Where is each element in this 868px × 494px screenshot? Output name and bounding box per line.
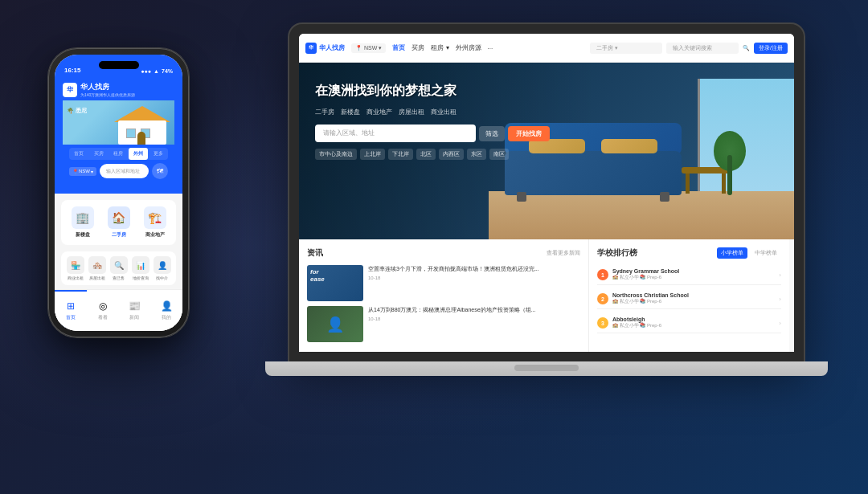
commercial-icon: 🏗️ — [144, 206, 166, 229]
phone-tab-more[interactable]: 更多 — [148, 148, 168, 160]
bottom-nav-home[interactable]: ⊞ 首页 — [55, 300, 87, 321]
school-item-1[interactable]: 1 Sydney Grammar School 🏫 私立小学 📚 Prep-6 — [597, 265, 781, 285]
sold-label: 查已售 — [113, 276, 125, 280]
news-title-2[interactable]: 从14万到880万澳元：揭秘澳洲总理Albanese的地产投资策略（组... — [368, 306, 580, 314]
phone-search-input[interactable]: 输入区域和地址 — [100, 164, 149, 178]
category-secondhand[interactable]: 🏠 二手房 — [100, 206, 137, 239]
area-tag-1[interactable]: 市中心及南边 — [315, 149, 357, 160]
school-meta-3: 🏫 私立小学 📚 Prep-6 — [612, 322, 775, 329]
school-info-2: Northcross Christian School 🏫 私立小学 📚 Pre… — [612, 292, 775, 305]
phone-brand: 华 华人找房 为140万澳洲华人提供优质房源 — [63, 82, 174, 97]
nav-dropdown-label: 二手房 ▾ — [596, 45, 618, 51]
sub-cat-sold[interactable]: 🔍 查已售 — [110, 256, 128, 280]
phone-map-button[interactable]: 🗺 — [152, 163, 168, 179]
hero-tab-commercial[interactable]: 商业地产 — [366, 108, 392, 116]
school-section: 学校排行榜 小学榜单 中学榜单 1 Sydney Gramma — [588, 239, 789, 352]
phone-brand-info: 华人找房 为140万澳洲华人提供优质房源 — [80, 82, 135, 97]
area-tag-3[interactable]: 下北岸 — [388, 149, 413, 160]
phone-location-button[interactable]: 📍 NSW ▾ — [69, 167, 96, 176]
bottom-nav-profile[interactable]: 👤 我的 — [150, 300, 182, 321]
room-floor — [489, 191, 794, 239]
phone-house-illustration — [114, 104, 170, 145]
phone-header: 华 华人找房 为140万澳洲华人提供优质房源 🌴 悉尼 — [55, 77, 182, 194]
bottom-nav-news[interactable]: 📰 新闻 — [119, 300, 151, 321]
hero-tab-secondhand[interactable]: 二手房 — [315, 108, 334, 116]
news-thumb-icon-2: 👤 — [307, 306, 363, 342]
school-name-2: Northcross Christian School — [612, 292, 775, 298]
nav-links: 首页 买房 租房 ▾ 外州房源 ... — [392, 43, 493, 52]
land-label: 地价查询 — [133, 276, 149, 280]
battery-icon: 74% — [162, 68, 173, 74]
hero-search-input[interactable]: 请输入区域、地址 — [315, 125, 476, 142]
nav-location[interactable]: 📍 NSW ▾ — [351, 43, 386, 53]
news-thumb-2: 👤 — [307, 306, 363, 342]
school-item-3[interactable]: 3 Abbotsleigh 🏫 私立小学 📚 Prep-6 — [597, 313, 781, 333]
nav-buy-link[interactable]: 买房 — [411, 43, 424, 52]
school-type-icon-3: 🏫 — [612, 323, 618, 328]
hero-tab-newbuilding[interactable]: 新楼盘 — [341, 108, 360, 116]
bottom-nav-browse[interactable]: ◎ 看看 — [87, 300, 119, 321]
nav-right: 二手房 ▾ 输入关键词搜索 🔍 登录/注册 — [590, 43, 788, 54]
nav-rent-link[interactable]: 租房 ▾ — [431, 43, 448, 52]
area-tag-6[interactable]: 东区 — [467, 149, 486, 160]
school-type-2: 私立小学 — [620, 299, 639, 304]
nav-search-dropdown[interactable]: 二手房 ▾ — [590, 43, 662, 54]
wifi-icon: ▲ — [154, 68, 159, 74]
news-more-link[interactable]: 查看更多新闻 — [547, 249, 580, 257]
bottom-nav-indicator — [55, 290, 87, 292]
school-arrow-1: › — [779, 271, 781, 279]
nav-search-input[interactable]: 输入关键词搜索 — [666, 43, 739, 54]
news-section-title: 资讯 — [307, 247, 323, 259]
laptop-screen-outer: 华 华人找房 📍 NSW ▾ 首页 买房 租房 ▾ 外州房源 ... — [289, 24, 804, 361]
sub-cat-land[interactable]: 📊 地价查询 — [132, 256, 149, 280]
news-item-1: forease 空置率连续3个月下滑，开发商拍拢高端市场！澳洲租赁危机还没完..… — [307, 265, 580, 301]
house-window-left — [126, 129, 136, 138]
nav-login-button[interactable]: 登录/注册 — [754, 43, 788, 54]
map-icon: 🗺 — [157, 168, 163, 175]
sub-cat-house-rent[interactable]: 🏘️ 房屋出租 — [88, 256, 106, 280]
hero-filter-button[interactable]: 筛选 — [479, 126, 505, 141]
category-commercial[interactable]: 🏗️ 商业地产 — [137, 206, 173, 239]
area-tag-7[interactable]: 南区 — [489, 149, 509, 160]
profile-nav-label: 我的 — [162, 314, 171, 321]
nav-home-link[interactable]: 首页 — [392, 43, 405, 52]
nav-more-link[interactable]: ... — [488, 43, 493, 52]
plant-stem — [727, 155, 732, 195]
sofa-leg-left — [517, 192, 526, 202]
sofa-leg-right — [660, 192, 669, 202]
phone-sub-categories: 🏪 商业出租 🏘️ 房屋出租 🔍 查已售 📊 — [61, 251, 176, 285]
category-new-buildings[interactable]: 🏢 新楼盘 — [64, 206, 100, 239]
school-tab-primary[interactable]: 小学榜单 — [717, 247, 747, 259]
area-tag-4[interactable]: 北区 — [416, 149, 436, 160]
search-icon[interactable]: 🔍 — [743, 45, 750, 51]
news-thumb-label-1: forease — [307, 265, 363, 286]
phone-tab-rent[interactable]: 租房 — [108, 148, 129, 160]
phone-category-icons: 🏢 新楼盘 🏠 二手房 🏗️ 商业地产 — [61, 200, 176, 245]
phone-tab-buy-new[interactable]: 首页 — [69, 148, 89, 160]
land-icon: 📊 — [132, 256, 149, 274]
phone-screen: 16:15 ●●● ▲ 74% 华 华人找房 — [55, 55, 182, 331]
signal-icon: ●●● — [141, 68, 151, 74]
area-tag-2[interactable]: 上北岸 — [360, 149, 385, 160]
area-tag-5[interactable]: 内西区 — [439, 149, 464, 160]
phone-tab-buy-used[interactable]: 买房 — [89, 148, 109, 160]
phone-bottom-nav: ⊞ 首页 ◎ 看看 📰 新闻 👤 我的 — [55, 289, 182, 331]
news-title-1[interactable]: 空置率连续3个月下滑，开发商拍拢高端市场！澳洲租赁危机还没完... — [368, 265, 580, 273]
nav-overseas-link[interactable]: 外州房源 — [456, 43, 481, 52]
nav-search-placeholder: 输入关键词搜索 — [673, 45, 712, 51]
school-tabs: 小学榜单 中学榜单 — [717, 247, 781, 259]
phone-tab-overseas[interactable]: 外州 — [129, 148, 149, 160]
hero-search-button[interactable]: 开始找房 — [508, 126, 550, 141]
nav-logo[interactable]: 华 华人找房 — [305, 43, 345, 54]
school-item-2[interactable]: 2 Northcross Christian School 🏫 私立小学 📚 P… — [597, 289, 781, 309]
new-buildings-icon: 🏢 — [72, 206, 94, 229]
hero-tab-commercial-rental[interactable]: 商业出租 — [431, 108, 457, 116]
sub-cat-commercial-rent[interactable]: 🏪 商业出租 — [67, 256, 84, 280]
phone: 16:15 ●●● ▲ 74% 华 华人找房 — [48, 48, 189, 337]
school-rank-3: 3 — [597, 317, 608, 329]
hero-tab-rental[interactable]: 房屋出租 — [399, 108, 424, 116]
school-info-1: Sydney Grammar School 🏫 私立小学 📚 Prep-6 — [612, 268, 775, 281]
status-icons: ●●● ▲ 74% — [141, 68, 173, 74]
school-tab-secondary[interactable]: 中学榜单 — [751, 247, 781, 259]
sub-cat-agent[interactable]: 👤 找中介 — [154, 256, 171, 280]
